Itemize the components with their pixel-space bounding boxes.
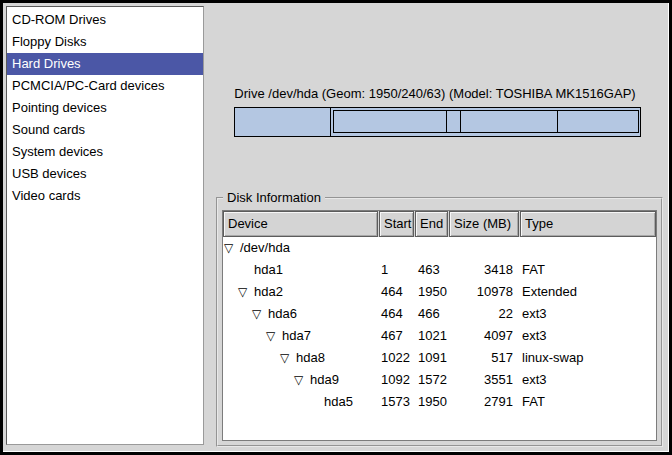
expander-icon[interactable]: ▽ <box>223 237 240 259</box>
disk-table-body: ▽/dev/hda ▽hda1 1 463 3418 FAT <box>223 237 656 413</box>
column-header-type[interactable]: Type <box>520 211 656 237</box>
device-name: hda9 <box>310 369 339 391</box>
end-cell: 1950 <box>413 281 446 303</box>
sidebar-item-pointing[interactable]: Pointing devices <box>7 97 203 119</box>
partition-segment-hda7 <box>334 111 446 132</box>
disk-table-header: Device Start End Size (MB) Type <box>223 211 656 237</box>
device-name: hda7 <box>282 325 311 347</box>
partition-bar <box>234 107 641 137</box>
expander-icon[interactable]: ▽ <box>279 347 296 369</box>
column-header-start[interactable]: Start <box>379 211 414 237</box>
tree-indent <box>223 292 237 293</box>
end-cell: 466 <box>413 303 446 325</box>
type-cell: ext3 <box>516 369 656 391</box>
partition-segment-hda5 <box>557 111 638 132</box>
drive-description: Drive /dev/hda (Geom: 1950/240/63) (Mode… <box>223 86 647 102</box>
type-cell <box>516 237 656 259</box>
hardware-browser-window: CD-ROM Drives Floppy Disks Hard Drives P… <box>0 0 672 455</box>
size-cell: 2791 <box>446 391 516 413</box>
sidebar-item-usb[interactable]: USB devices <box>7 163 203 185</box>
start-cell: 1022 <box>378 347 413 369</box>
partition-segment-hda9 <box>460 111 557 132</box>
column-header-size[interactable]: Size (MB) <box>449 211 519 237</box>
tree-indent <box>223 402 307 403</box>
device-category-list[interactable]: CD-ROM Drives Floppy Disks Hard Drives P… <box>6 6 204 445</box>
tree-indent <box>223 336 265 337</box>
expander-icon[interactable]: ▽ <box>251 303 268 325</box>
sidebar-item-cdrom-drives[interactable]: CD-ROM Drives <box>7 9 203 31</box>
sidebar-item-hard-drives[interactable]: Hard Drives <box>7 53 203 75</box>
table-row-hda8[interactable]: ▽hda8 1022 1091 517 linux-swap <box>223 347 656 369</box>
type-cell: ext3 <box>516 325 656 347</box>
tree-indent <box>223 358 279 359</box>
tree-indent <box>223 380 293 381</box>
column-header-end[interactable]: End <box>415 211 448 237</box>
device-name: hda1 <box>254 259 283 281</box>
size-cell: 10978 <box>446 281 516 303</box>
end-cell: 1021 <box>413 325 446 347</box>
type-cell: FAT <box>516 259 656 281</box>
sidebar-item-pcmcia[interactable]: PCMCIA/PC-Card devices <box>7 75 203 97</box>
end-cell: 1091 <box>413 347 446 369</box>
type-cell: ext3 <box>516 303 656 325</box>
tree-indent <box>223 270 237 271</box>
sidebar-item-floppy-disks[interactable]: Floppy Disks <box>7 31 203 53</box>
device-name: /dev/hda <box>240 237 290 259</box>
table-row-hda6[interactable]: ▽hda6 464 466 22 ext3 <box>223 303 656 325</box>
device-name: hda2 <box>254 281 283 303</box>
table-row-hda7[interactable]: ▽hda7 467 1021 4097 ext3 <box>223 325 656 347</box>
table-row-hda5[interactable]: ▽hda5 1573 1950 2791 FAT <box>223 391 656 413</box>
start-cell: 464 <box>378 303 413 325</box>
disk-information-group: Disk Information Device Start End Size (… <box>216 197 663 447</box>
sidebar-item-system[interactable]: System devices <box>7 141 203 163</box>
expander-icon[interactable]: ▽ <box>293 369 310 391</box>
end-cell: 1572 <box>413 369 446 391</box>
partition-extended-hda2 <box>333 110 639 133</box>
expander-icon[interactable]: ▽ <box>237 281 254 303</box>
partition-segment-hda8 <box>446 111 460 132</box>
size-cell: 517 <box>446 347 516 369</box>
group-title: Disk Information <box>223 190 325 206</box>
table-row-hda1[interactable]: ▽hda1 1 463 3418 FAT <box>223 259 656 281</box>
size-cell: 22 <box>446 303 516 325</box>
table-row-hda9[interactable]: ▽hda9 1092 1572 3551 ext3 <box>223 369 656 391</box>
table-row-hda2[interactable]: ▽hda2 464 1950 10978 Extended <box>223 281 656 303</box>
type-cell: linux-swap <box>516 347 656 369</box>
start-cell: 1 <box>378 259 413 281</box>
tree-indent <box>223 314 251 315</box>
end-cell <box>413 237 446 259</box>
device-name: hda6 <box>268 303 297 325</box>
start-cell: 467 <box>378 325 413 347</box>
start-cell: 1092 <box>378 369 413 391</box>
size-cell: 3418 <box>446 259 516 281</box>
size-cell: 3551 <box>446 369 516 391</box>
end-cell: 463 <box>413 259 446 281</box>
sidebar-item-sound-cards[interactable]: Sound cards <box>7 119 203 141</box>
end-cell: 1950 <box>413 391 446 413</box>
size-cell: 4097 <box>446 325 516 347</box>
type-cell: Extended <box>516 281 656 303</box>
sidebar-item-video-cards[interactable]: Video cards <box>7 185 203 207</box>
disk-table: Device Start End Size (MB) Type ▽/dev/hd… <box>222 210 657 441</box>
expander-icon[interactable]: ▽ <box>265 325 282 347</box>
table-row-dev-hda[interactable]: ▽/dev/hda <box>223 237 656 259</box>
device-name: hda5 <box>324 391 353 413</box>
start-cell <box>378 237 413 259</box>
size-cell <box>446 237 516 259</box>
start-cell: 464 <box>378 281 413 303</box>
partition-segment-hda1 <box>235 108 331 136</box>
type-cell: FAT <box>516 391 656 413</box>
start-cell: 1573 <box>378 391 413 413</box>
device-name: hda8 <box>296 347 325 369</box>
column-header-device[interactable]: Device <box>223 211 378 237</box>
